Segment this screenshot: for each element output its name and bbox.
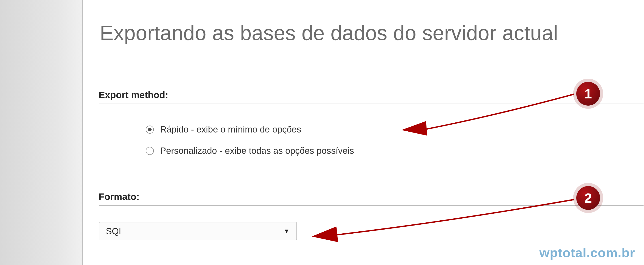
radio-quick[interactable]: [146, 126, 154, 134]
page-title: Exportando as bases de dados do servidor…: [100, 21, 558, 45]
radio-custom[interactable]: [146, 147, 154, 155]
export-method-quick-row[interactable]: Rápido - exibe o mínimo de opções: [146, 124, 301, 134]
annotation-badge-2: 2: [576, 186, 600, 210]
chevron-down-icon: ▼: [284, 228, 290, 235]
annotation-arrow-2: [312, 195, 581, 244]
annotation-badge-1: 1: [576, 82, 600, 106]
divider: [99, 205, 644, 206]
content-area: Exportando as bases de dados do servidor…: [83, 0, 644, 265]
watermark: wptotal.com.br: [540, 245, 635, 260]
export-page: Exportando as bases de dados do servidor…: [0, 0, 644, 265]
radio-custom-label: Personalizado - exibe todas as opções po…: [160, 146, 354, 156]
svg-marker-1: [312, 226, 338, 242]
left-gutter: [0, 0, 83, 265]
export-method-custom-row[interactable]: Personalizado - exibe todas as opções po…: [146, 146, 354, 156]
export-method-label: Export method:: [99, 90, 168, 100]
format-select[interactable]: SQL ▼: [99, 222, 297, 240]
divider: [99, 104, 644, 104]
radio-quick-label: Rápido - exibe o mínimo de opções: [160, 124, 301, 134]
annotation-arrow-1: [402, 90, 581, 139]
format-select-value: SQL: [106, 226, 124, 236]
svg-marker-0: [402, 121, 427, 136]
formato-label: Formato:: [99, 192, 140, 202]
